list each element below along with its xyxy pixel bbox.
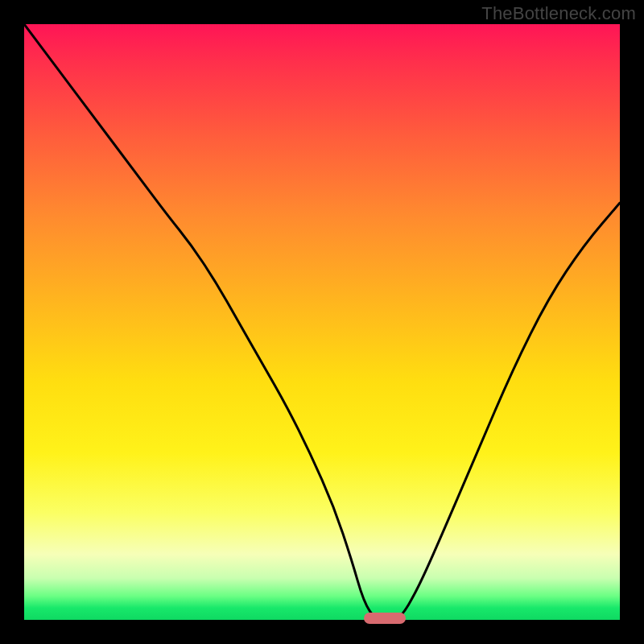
minimum-marker [364, 613, 406, 624]
watermark-text: TheBottleneck.com [481, 3, 636, 24]
chart-frame: TheBottleneck.com [0, 0, 644, 644]
bottleneck-curve [24, 24, 620, 620]
plot-area [24, 24, 620, 620]
